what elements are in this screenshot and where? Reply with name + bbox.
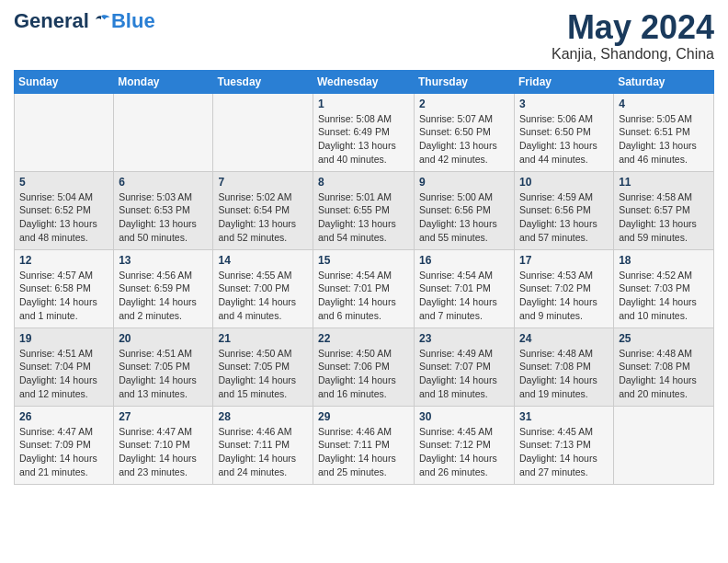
- calendar-week-1: 1Sunrise: 5:08 AM Sunset: 6:49 PM Daylig…: [15, 93, 714, 171]
- logo-blue: Blue: [111, 9, 155, 33]
- header-sunday: Sunday: [15, 70, 114, 93]
- header-wednesday: Wednesday: [313, 70, 415, 93]
- calendar-cell: 5Sunrise: 5:04 AM Sunset: 6:52 PM Daylig…: [15, 171, 114, 249]
- day-number: 31: [519, 410, 609, 423]
- day-info: Sunrise: 4:48 AM Sunset: 7:08 PM Dayligh…: [619, 347, 709, 401]
- day-info: Sunrise: 5:07 AM Sunset: 6:50 PM Dayligh…: [419, 112, 509, 167]
- calendar-cell: 18Sunrise: 4:52 AM Sunset: 7:03 PM Dayli…: [614, 249, 714, 327]
- header-monday: Monday: [114, 70, 213, 93]
- day-info: Sunrise: 5:02 AM Sunset: 6:54 PM Dayligh…: [218, 190, 308, 245]
- calendar-header: Sunday Monday Tuesday Wednesday Thursday…: [15, 70, 714, 93]
- calendar-cell: 11Sunrise: 4:58 AM Sunset: 6:57 PM Dayli…: [614, 171, 714, 249]
- calendar-cell: 14Sunrise: 4:55 AM Sunset: 7:00 PM Dayli…: [213, 249, 313, 327]
- title-block: May 2024 Kanjia, Shandong, China: [552, 9, 714, 63]
- day-number: 27: [119, 410, 208, 423]
- day-number: 18: [619, 254, 709, 267]
- day-number: 20: [119, 332, 208, 345]
- calendar-cell: [15, 93, 114, 171]
- day-info: Sunrise: 4:45 AM Sunset: 7:12 PM Dayligh…: [419, 425, 509, 479]
- day-number: 4: [619, 98, 709, 110]
- day-info: Sunrise: 4:50 AM Sunset: 7:05 PM Dayligh…: [218, 347, 308, 401]
- day-info: Sunrise: 4:47 AM Sunset: 7:09 PM Dayligh…: [19, 425, 108, 479]
- day-number: 30: [419, 410, 509, 423]
- calendar-cell: 21Sunrise: 4:50 AM Sunset: 7:05 PM Dayli…: [213, 327, 313, 406]
- day-info: Sunrise: 4:52 AM Sunset: 7:03 PM Dayligh…: [619, 269, 709, 323]
- day-info: Sunrise: 5:06 AM Sunset: 6:50 PM Dayligh…: [519, 112, 609, 167]
- day-info: Sunrise: 5:01 AM Sunset: 6:55 PM Dayligh…: [318, 190, 409, 245]
- calendar-body: 1Sunrise: 5:08 AM Sunset: 6:49 PM Daylig…: [15, 93, 714, 484]
- calendar-cell: [114, 93, 213, 171]
- day-info: Sunrise: 4:59 AM Sunset: 6:56 PM Dayligh…: [519, 190, 609, 245]
- day-info: Sunrise: 5:00 AM Sunset: 6:56 PM Dayligh…: [419, 190, 509, 245]
- header-thursday: Thursday: [415, 70, 515, 93]
- calendar-cell: 31Sunrise: 4:45 AM Sunset: 7:13 PM Dayli…: [515, 406, 614, 484]
- day-info: Sunrise: 4:55 AM Sunset: 7:00 PM Dayligh…: [218, 269, 308, 323]
- day-number: 5: [19, 176, 108, 189]
- header-saturday: Saturday: [614, 70, 714, 93]
- month-title: May 2024: [552, 9, 714, 46]
- day-info: Sunrise: 4:54 AM Sunset: 7:01 PM Dayligh…: [318, 269, 409, 323]
- day-number: 22: [318, 332, 409, 345]
- calendar-cell: 8Sunrise: 5:01 AM Sunset: 6:55 PM Daylig…: [313, 171, 415, 249]
- calendar-cell: 19Sunrise: 4:51 AM Sunset: 7:04 PM Dayli…: [15, 327, 114, 406]
- calendar-week-2: 5Sunrise: 5:04 AM Sunset: 6:52 PM Daylig…: [15, 171, 714, 249]
- calendar-cell: 23Sunrise: 4:49 AM Sunset: 7:07 PM Dayli…: [415, 327, 515, 406]
- day-number: 15: [318, 254, 409, 267]
- day-info: Sunrise: 4:53 AM Sunset: 7:02 PM Dayligh…: [519, 269, 609, 323]
- day-number: 21: [218, 332, 308, 345]
- day-info: Sunrise: 4:48 AM Sunset: 7:08 PM Dayligh…: [519, 347, 609, 401]
- header-friday: Friday: [515, 70, 614, 93]
- calendar-cell: 26Sunrise: 4:47 AM Sunset: 7:09 PM Dayli…: [15, 406, 114, 484]
- calendar-table: Sunday Monday Tuesday Wednesday Thursday…: [14, 70, 714, 485]
- calendar-cell: 9Sunrise: 5:00 AM Sunset: 6:56 PM Daylig…: [415, 171, 515, 249]
- day-number: 16: [419, 254, 509, 267]
- calendar-cell: 10Sunrise: 4:59 AM Sunset: 6:56 PM Dayli…: [515, 171, 614, 249]
- day-number: 17: [519, 254, 609, 267]
- day-number: 11: [619, 176, 709, 189]
- day-info: Sunrise: 4:45 AM Sunset: 7:13 PM Dayligh…: [519, 425, 609, 479]
- day-number: 1: [318, 98, 409, 110]
- location: Kanjia, Shandong, China: [552, 46, 714, 63]
- logo: General Blue: [14, 9, 155, 33]
- day-number: 13: [119, 254, 208, 267]
- calendar-cell: 1Sunrise: 5:08 AM Sunset: 6:49 PM Daylig…: [313, 93, 415, 171]
- day-info: Sunrise: 4:57 AM Sunset: 6:58 PM Dayligh…: [19, 269, 108, 323]
- day-number: 10: [519, 176, 609, 189]
- calendar-week-5: 26Sunrise: 4:47 AM Sunset: 7:09 PM Dayli…: [15, 406, 714, 484]
- day-number: 2: [419, 98, 509, 110]
- calendar-cell: [614, 406, 714, 484]
- day-info: Sunrise: 4:51 AM Sunset: 7:04 PM Dayligh…: [19, 347, 108, 401]
- day-info: Sunrise: 4:50 AM Sunset: 7:06 PM Dayligh…: [318, 347, 409, 401]
- calendar-cell: 15Sunrise: 4:54 AM Sunset: 7:01 PM Dayli…: [313, 249, 415, 327]
- calendar-cell: 7Sunrise: 5:02 AM Sunset: 6:54 PM Daylig…: [213, 171, 313, 249]
- calendar-cell: 2Sunrise: 5:07 AM Sunset: 6:50 PM Daylig…: [415, 93, 515, 171]
- calendar-cell: 17Sunrise: 4:53 AM Sunset: 7:02 PM Dayli…: [515, 249, 614, 327]
- day-number: 6: [119, 176, 208, 189]
- calendar-cell: 29Sunrise: 4:46 AM Sunset: 7:11 PM Dayli…: [313, 406, 415, 484]
- day-number: 19: [19, 332, 108, 345]
- day-info: Sunrise: 5:04 AM Sunset: 6:52 PM Dayligh…: [19, 190, 108, 245]
- day-info: Sunrise: 4:47 AM Sunset: 7:10 PM Dayligh…: [119, 425, 208, 479]
- day-number: 29: [318, 410, 409, 423]
- calendar-cell: 27Sunrise: 4:47 AM Sunset: 7:10 PM Dayli…: [114, 406, 213, 484]
- day-number: 28: [218, 410, 308, 423]
- calendar-cell: 20Sunrise: 4:51 AM Sunset: 7:05 PM Dayli…: [114, 327, 213, 406]
- calendar-cell: 16Sunrise: 4:54 AM Sunset: 7:01 PM Dayli…: [415, 249, 515, 327]
- header-row: Sunday Monday Tuesday Wednesday Thursday…: [15, 70, 714, 93]
- calendar-cell: 22Sunrise: 4:50 AM Sunset: 7:06 PM Dayli…: [313, 327, 415, 406]
- calendar-cell: [213, 93, 313, 171]
- day-number: 8: [318, 176, 409, 189]
- day-info: Sunrise: 4:54 AM Sunset: 7:01 PM Dayligh…: [419, 269, 509, 323]
- day-info: Sunrise: 4:51 AM Sunset: 7:05 PM Dayligh…: [119, 347, 208, 401]
- calendar-cell: 6Sunrise: 5:03 AM Sunset: 6:53 PM Daylig…: [114, 171, 213, 249]
- calendar-cell: 25Sunrise: 4:48 AM Sunset: 7:08 PM Dayli…: [614, 327, 714, 406]
- day-number: 23: [419, 332, 509, 345]
- day-number: 24: [519, 332, 609, 345]
- calendar-week-3: 12Sunrise: 4:57 AM Sunset: 6:58 PM Dayli…: [15, 249, 714, 327]
- day-info: Sunrise: 5:08 AM Sunset: 6:49 PM Dayligh…: [318, 112, 409, 167]
- day-info: Sunrise: 5:05 AM Sunset: 6:51 PM Dayligh…: [619, 112, 709, 167]
- calendar-cell: 30Sunrise: 4:45 AM Sunset: 7:12 PM Dayli…: [415, 406, 515, 484]
- day-info: Sunrise: 4:58 AM Sunset: 6:57 PM Dayligh…: [619, 190, 709, 245]
- logo-bird-icon: [91, 11, 111, 31]
- calendar-cell: 13Sunrise: 4:56 AM Sunset: 6:59 PM Dayli…: [114, 249, 213, 327]
